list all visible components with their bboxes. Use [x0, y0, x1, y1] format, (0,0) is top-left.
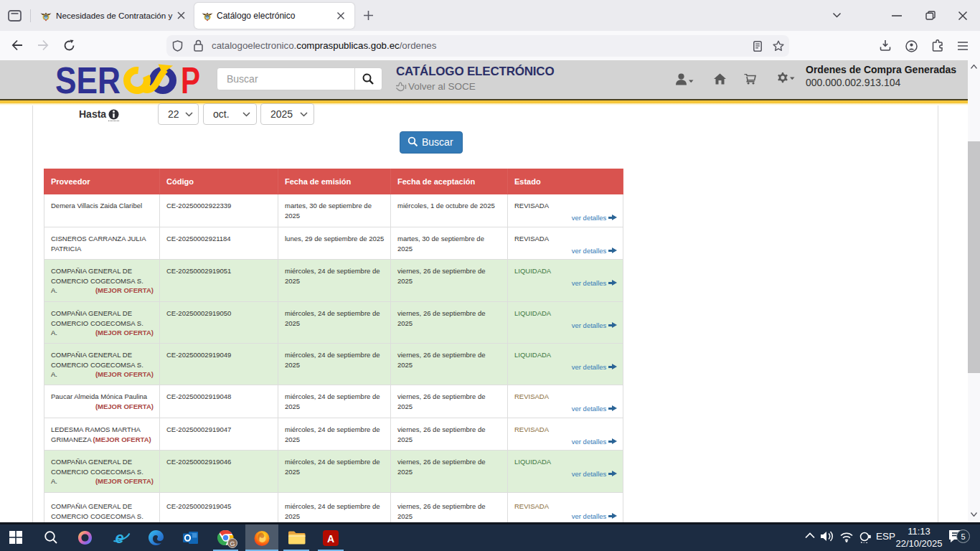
- svg-text:A: A: [327, 533, 334, 545]
- svg-text:e: e: [116, 529, 124, 547]
- svg-text:SER: SER: [55, 62, 121, 97]
- svg-text:P: P: [181, 62, 200, 97]
